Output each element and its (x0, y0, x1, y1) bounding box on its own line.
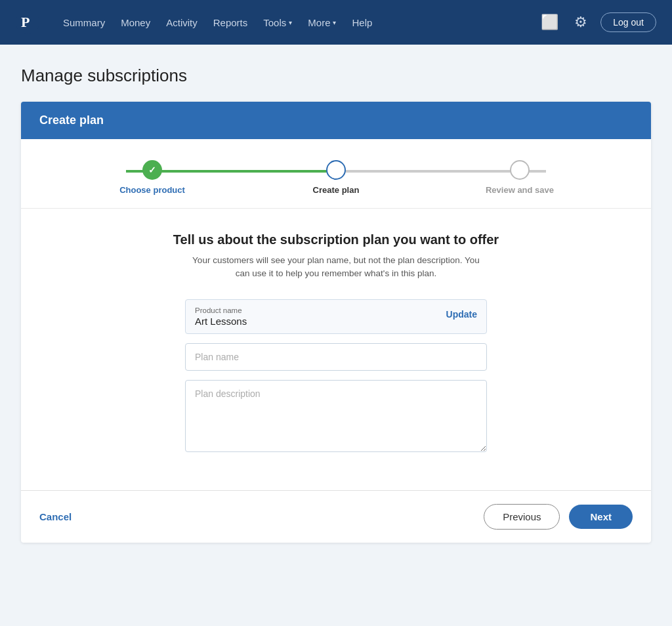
stepper: ✓ Choose product Create plan Review and … (21, 139, 651, 208)
card-header: Create plan (21, 102, 651, 139)
step-3-circle (510, 160, 530, 180)
messages-icon: ⬜ (541, 14, 558, 30)
product-value: Art Lessons (195, 316, 247, 327)
plan-description-input[interactable] (185, 380, 487, 452)
form-title: Tell us about the subscription plan you … (47, 232, 625, 247)
svg-text:P: P (21, 14, 30, 30)
form-area: Tell us about the subscription plan you … (21, 208, 651, 490)
paypal-logo: P (16, 10, 39, 34)
previous-button[interactable]: Previous (484, 504, 560, 530)
card-header-title: Create plan (39, 114, 104, 127)
product-info: Product name Art Lessons (195, 306, 247, 327)
header: P Summary Money Activity Reports Tools ▾… (0, 0, 672, 45)
page-title: Manage subscriptions (21, 66, 651, 86)
footer-right: Previous Next (484, 504, 633, 530)
step-create-plan: Create plan (244, 160, 428, 195)
card-footer: Cancel Previous Next (21, 490, 651, 543)
step-review-save: Review and save (428, 160, 612, 195)
nav-reports[interactable]: Reports (213, 17, 248, 28)
nav-tools[interactable]: Tools ▾ (263, 17, 292, 28)
nav-activity[interactable]: Activity (166, 17, 198, 28)
settings-button[interactable]: ⚙ (572, 12, 590, 32)
nav-money[interactable]: Money (121, 17, 150, 28)
main-nav: Summary Money Activity Reports Tools ▾ M… (63, 17, 520, 28)
more-chevron-icon: ▾ (333, 19, 336, 26)
logout-button[interactable]: Log out (600, 12, 656, 32)
step-choose-product: ✓ Choose product (60, 160, 244, 195)
nav-more[interactable]: More ▾ (308, 17, 336, 28)
main-content: Manage subscriptions Create plan ✓ Choos… (0, 45, 672, 564)
messages-button[interactable]: ⬜ (538, 12, 561, 32)
header-actions: ⬜ ⚙ Log out (538, 12, 656, 32)
product-name-row: Product name Art Lessons Update (185, 299, 487, 334)
cancel-button[interactable]: Cancel (39, 511, 72, 522)
step-2-label: Create plan (313, 185, 360, 195)
tools-chevron-icon: ▾ (289, 19, 292, 26)
step-3-label: Review and save (486, 185, 554, 195)
step-2-circle (326, 160, 346, 180)
nav-help[interactable]: Help (352, 17, 372, 28)
nav-summary[interactable]: Summary (63, 17, 105, 28)
step-1-label: Choose product (119, 185, 185, 195)
form-subtitle: Your customers will see your plan name, … (185, 254, 487, 281)
update-link[interactable]: Update (446, 306, 477, 320)
form-fields: Product name Art Lessons Update (185, 299, 487, 464)
next-button[interactable]: Next (569, 505, 633, 529)
gear-icon: ⚙ (574, 14, 587, 30)
plan-name-input[interactable] (185, 343, 487, 371)
step-1-circle: ✓ (142, 160, 162, 180)
product-label: Product name (195, 306, 247, 314)
create-plan-card: Create plan ✓ Choose product Create plan… (21, 102, 651, 543)
